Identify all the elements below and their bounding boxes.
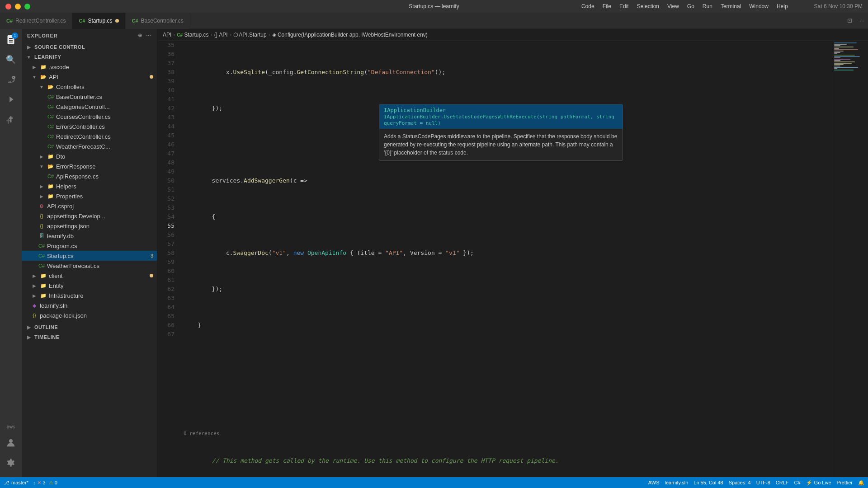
activity-explorer[interactable]: 1 bbox=[2, 31, 20, 49]
tree-item-csproj[interactable]: ⚙ API.csproj bbox=[22, 201, 157, 211]
status-prettier[interactable]: Prettier bbox=[837, 480, 853, 485]
status-encoding[interactable]: UTF-8 bbox=[756, 480, 770, 485]
status-aws[interactable]: AWS bbox=[648, 480, 660, 485]
status-learnify[interactable]: learnify.sln bbox=[665, 480, 689, 485]
source-control-header[interactable]: ▶ SOURCE CONTROL bbox=[22, 42, 157, 52]
status-branch[interactable]: ⎇ master* bbox=[4, 480, 28, 486]
tab-redirect[interactable]: C# RedirectController.cs bbox=[0, 13, 72, 29]
tree-item-error-response[interactable]: ▼ 📂 ErrorResponse bbox=[22, 161, 157, 171]
minimap-line bbox=[834, 57, 840, 58]
minimap-line bbox=[834, 44, 847, 45]
tree-item-vscode[interactable]: ▶ 📁 .vscode bbox=[22, 62, 157, 72]
status-live[interactable]: ⚡ Go Live bbox=[806, 480, 831, 486]
status-language[interactable]: C# bbox=[794, 480, 801, 485]
tree-item-entity[interactable]: ▶ 📁 Entity bbox=[22, 281, 157, 291]
intellisense-type-name: IApplicationBuilder bbox=[384, 107, 446, 113]
sidebar-header-icons: ⊕ ··· bbox=[138, 33, 151, 38]
breadcrumb-startup-cs[interactable]: C# Startup.cs bbox=[177, 32, 208, 38]
menu-code[interactable]: Code bbox=[581, 3, 594, 9]
new-file-icon[interactable]: ⊕ bbox=[138, 33, 142, 38]
status-line-ending[interactable]: CRLF bbox=[776, 480, 789, 485]
helpers-label: Helpers bbox=[56, 183, 76, 190]
split-editor-button[interactable]: ⊡ bbox=[844, 17, 856, 24]
tree-item-categories-ctrl[interactable]: C# CategoriesControll... bbox=[22, 102, 157, 112]
minimap-line bbox=[834, 55, 855, 56]
tree-item-appsettings-dev[interactable]: {} appsettings.Develop... bbox=[22, 211, 157, 221]
tree-item-properties[interactable]: ▶ 📁 Properties bbox=[22, 191, 157, 201]
menu-go[interactable]: Go bbox=[687, 3, 694, 9]
activity-settings[interactable] bbox=[2, 454, 20, 472]
tree-item-weather-ctrl[interactable]: C# WeatherForecastC... bbox=[22, 141, 157, 151]
tree-item-errors-ctrl[interactable]: C# ErrorsController.cs bbox=[22, 122, 157, 131]
code-line-43 bbox=[184, 357, 832, 366]
menu-terminal[interactable]: Terminal bbox=[721, 3, 741, 9]
tree-item-sln[interactable]: ◆ learnify.sln bbox=[22, 300, 157, 310]
breadcrumb-api[interactable]: API bbox=[163, 32, 171, 38]
tree-item-client[interactable]: ▶ 📁 client bbox=[22, 271, 157, 281]
tree-item-learnify-db[interactable]: 🗄 learnify.db bbox=[22, 231, 157, 241]
more-tabs-button[interactable]: ··· bbox=[856, 17, 868, 24]
breadcrumb-class[interactable]: ⬡ API.Startup bbox=[233, 32, 267, 38]
menu-help[interactable]: Help bbox=[777, 3, 788, 9]
breadcrumb-namespace[interactable]: {} API bbox=[214, 32, 228, 38]
code-line-41: }); bbox=[184, 285, 832, 294]
tree-item-api[interactable]: ▼ 📂 API bbox=[22, 72, 157, 82]
activity-bar: 1 🔍 aws bbox=[0, 29, 22, 477]
vscode-label: .vscode bbox=[49, 64, 69, 70]
go-live-label: Go Live bbox=[814, 480, 831, 485]
status-spaces[interactable]: Spaces: 4 bbox=[729, 480, 751, 485]
tab-base[interactable]: C# BaseController.cs bbox=[126, 13, 190, 29]
menu-window[interactable]: Window bbox=[749, 3, 769, 9]
content-area: 1 🔍 aws bbox=[0, 29, 868, 477]
menu-view[interactable]: View bbox=[667, 3, 679, 9]
tree-item-startup[interactable]: C# Startup.cs 3 bbox=[22, 251, 157, 261]
activity-account[interactable] bbox=[2, 434, 20, 452]
status-right: AWS learnify.sln Ln 55, Col 48 Spaces: 4… bbox=[648, 480, 864, 486]
activity-run-debug[interactable] bbox=[2, 90, 20, 108]
status-position[interactable]: Ln 55, Col 48 bbox=[693, 480, 723, 485]
activity-aws[interactable]: aws bbox=[2, 421, 20, 432]
tree-item-program[interactable]: C# Program.cs bbox=[22, 241, 157, 251]
maximize-button[interactable] bbox=[24, 4, 30, 9]
traffic-lights bbox=[5, 4, 30, 9]
breadcrumb-method[interactable]: ◈ Configure(IApplicationBuilder app, IWe… bbox=[272, 32, 428, 38]
activity-extensions[interactable] bbox=[2, 110, 20, 128]
menu-edit[interactable]: Edit bbox=[619, 3, 629, 9]
menu-selection[interactable]: Selection bbox=[637, 3, 659, 9]
error-response-chevron: ▼ bbox=[38, 163, 45, 170]
activity-search[interactable]: 🔍 bbox=[2, 51, 20, 69]
branch-icon: ⎇ bbox=[4, 480, 9, 486]
tree-item-package-lock[interactable]: {} package-lock.json bbox=[22, 310, 157, 320]
outline-header[interactable]: ▶ OUTLINE bbox=[22, 322, 157, 332]
helpers-folder-icon: 📁 bbox=[47, 183, 54, 190]
tree-item-base-ctrl[interactable]: C# BaseController.cs bbox=[22, 92, 157, 102]
timeline-header[interactable]: ▶ TIMELINE bbox=[22, 332, 157, 342]
tree-item-api-response[interactable]: C# ApiResponse.cs bbox=[22, 171, 157, 181]
dto-chevron: ▶ bbox=[38, 153, 45, 160]
cs-icon: C# bbox=[38, 262, 45, 269]
tree-item-controllers[interactable]: ▼ 📂 Controllers bbox=[22, 82, 157, 92]
program-label: Program.cs bbox=[47, 243, 77, 249]
learnify-header[interactable]: ▼ LEARNIFY bbox=[22, 52, 157, 62]
minimize-button[interactable] bbox=[15, 4, 21, 9]
tree-item-appsettings[interactable]: {} appsettings.json bbox=[22, 221, 157, 231]
tab-startup[interactable]: C# Startup.cs bbox=[72, 13, 125, 29]
menu-file[interactable]: File bbox=[603, 3, 611, 9]
warning-icon: ⚠ bbox=[49, 480, 53, 485]
minimap-line bbox=[834, 56, 860, 57]
minimap-content bbox=[832, 41, 868, 73]
tree-item-redirect-ctrl[interactable]: C# RedirectController.cs bbox=[22, 131, 157, 141]
dto-folder-icon: 📁 bbox=[47, 153, 54, 160]
status-notifications[interactable]: 🔔 bbox=[858, 480, 864, 486]
menu-run[interactable]: Run bbox=[703, 3, 712, 9]
close-button[interactable] bbox=[5, 4, 11, 9]
more-options-icon[interactable]: ··· bbox=[146, 33, 151, 38]
tree-item-helpers[interactable]: ▶ 📁 Helpers bbox=[22, 181, 157, 191]
code-line-35: x.UseSqlite(_config.GetConnectionString(… bbox=[184, 68, 832, 77]
tree-item-dto[interactable]: ▶ 📁 Dto bbox=[22, 151, 157, 161]
tree-item-weather[interactable]: C# WeatherForecast.cs bbox=[22, 261, 157, 271]
tree-item-infrastructure[interactable]: ▶ 📁 Infrastructure bbox=[22, 291, 157, 300]
status-sync[interactable]: ↕ ✕ 3 ⚠ 0 bbox=[33, 480, 57, 486]
activity-source-control[interactable] bbox=[2, 70, 20, 89]
tree-item-courses-ctrl[interactable]: C# CoursesController.cs bbox=[22, 112, 157, 122]
